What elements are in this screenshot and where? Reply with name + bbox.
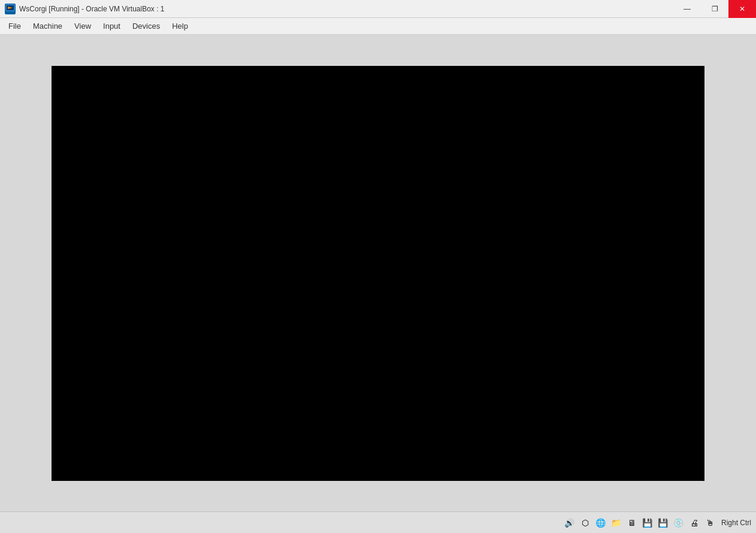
app-icon [5, 4, 16, 14]
menu-item-machine[interactable]: Machine [27, 19, 68, 33]
menu-item-file[interactable]: File [2, 19, 27, 33]
right-ctrl-label: Right Ctrl [721, 519, 751, 527]
usb-status-icon[interactable]: ⬡ [579, 516, 592, 529]
vm-screen[interactable] [52, 66, 704, 481]
menu-bar: FileMachineViewInputDevicesHelp [0, 18, 756, 35]
floppy-status-icon[interactable]: 🖨 [688, 516, 701, 529]
display-status-icon[interactable]: 🖥 [625, 516, 639, 529]
hdd1-status-icon[interactable]: 💾 [641, 516, 654, 529]
restore-button[interactable]: ❐ [701, 0, 728, 18]
menu-item-view[interactable]: View [68, 19, 97, 33]
shared-folders-status-icon[interactable]: 📁 [610, 516, 623, 529]
window-controls: — ❐ ✕ [673, 0, 756, 18]
network-status-icon[interactable]: 🌐 [594, 516, 607, 529]
audio-status-icon[interactable]: 🔊 [563, 516, 576, 529]
status-bar: 🔊⬡🌐📁🖥💾💾💿🖨🖱Right Ctrl [0, 511, 756, 533]
main-area [0, 35, 756, 511]
mouse-status-icon[interactable]: 🖱 [703, 516, 716, 529]
menu-item-devices[interactable]: Devices [126, 19, 166, 33]
title-bar-left: WsCorgi [Running] - Oracle VM VirtualBox… [0, 4, 165, 14]
window-title: WsCorgi [Running] - Oracle VM VirtualBox… [19, 5, 165, 13]
cd-status-icon[interactable]: 💿 [672, 516, 685, 529]
hdd2-status-icon[interactable]: 💾 [657, 516, 670, 529]
minimize-button[interactable]: — [673, 0, 701, 18]
menu-item-input[interactable]: Input [97, 19, 126, 33]
menu-item-help[interactable]: Help [166, 19, 194, 33]
close-button[interactable]: ✕ [728, 0, 756, 18]
title-bar: WsCorgi [Running] - Oracle VM VirtualBox… [0, 0, 756, 18]
